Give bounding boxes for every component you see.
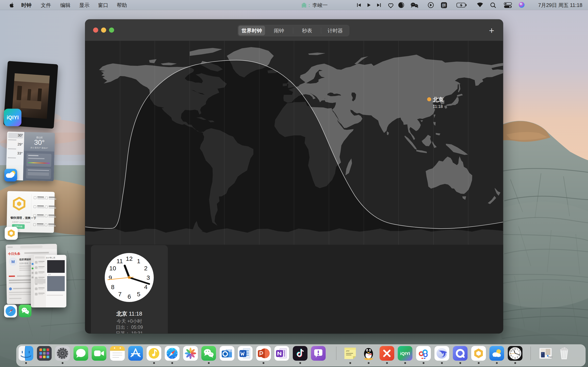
svg-text:11: 11 — [512, 348, 514, 350]
svg-text:2: 2 — [144, 265, 148, 272]
svg-text:Magic UI: Magic UI — [548, 356, 553, 358]
svg-text:10: 10 — [109, 265, 116, 272]
svg-text:iQIYI: iQIYI — [400, 351, 410, 356]
svg-text:M: M — [11, 259, 15, 264]
svg-text:6: 6 — [128, 293, 131, 300]
svg-text:2: 2 — [519, 350, 520, 352]
svg-text:8: 8 — [111, 284, 114, 290]
svg-text:9: 9 — [510, 352, 511, 355]
svg-text:拼: 拼 — [442, 3, 446, 8]
svg-text:7: 7 — [512, 356, 513, 359]
svg-text:3: 3 — [147, 274, 150, 281]
svg-text:12: 12 — [126, 255, 132, 262]
svg-text:3: 3 — [519, 352, 520, 355]
svg-text:8: 8 — [511, 355, 512, 357]
svg-text:4: 4 — [144, 284, 148, 290]
svg-text:11: 11 — [116, 258, 123, 264]
svg-text:5: 5 — [137, 291, 140, 298]
svg-text:北京 11:18: 北京 11:18 — [116, 311, 142, 317]
svg-text:7: 7 — [118, 291, 122, 298]
svg-text:6: 6 — [515, 357, 516, 359]
svg-text:5: 5 — [517, 356, 518, 359]
svg-text:1: 1 — [517, 348, 518, 350]
svg-text:11:18: 11:18 — [433, 104, 443, 109]
svg-text:北京: 北京 — [433, 97, 444, 103]
svg-text:9: 9 — [109, 274, 112, 281]
svg-text:1: 1 — [137, 258, 140, 264]
svg-text:12: 12 — [514, 348, 517, 350]
